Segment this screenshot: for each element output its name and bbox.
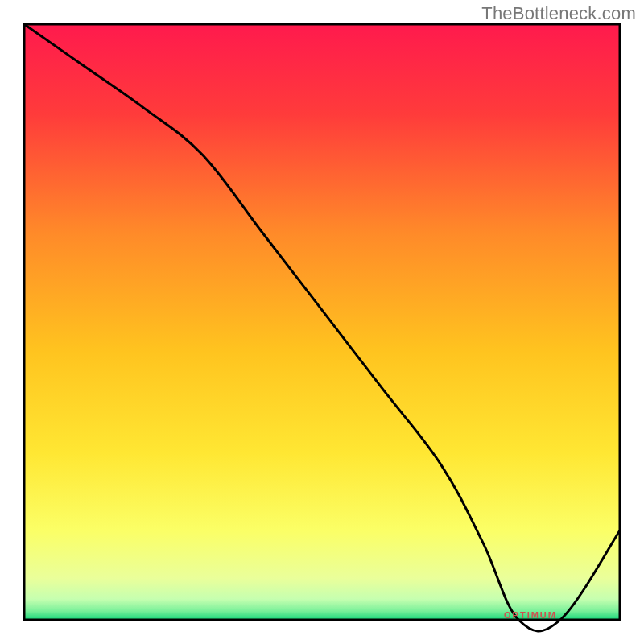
bottleneck-chart: TheBottleneck.com OPTIMUM [0,0,644,644]
chart-svg [0,0,644,644]
optimal-range-label: OPTIMUM [504,610,557,620]
plot-background [24,24,620,620]
watermark-text: TheBottleneck.com [481,3,636,24]
